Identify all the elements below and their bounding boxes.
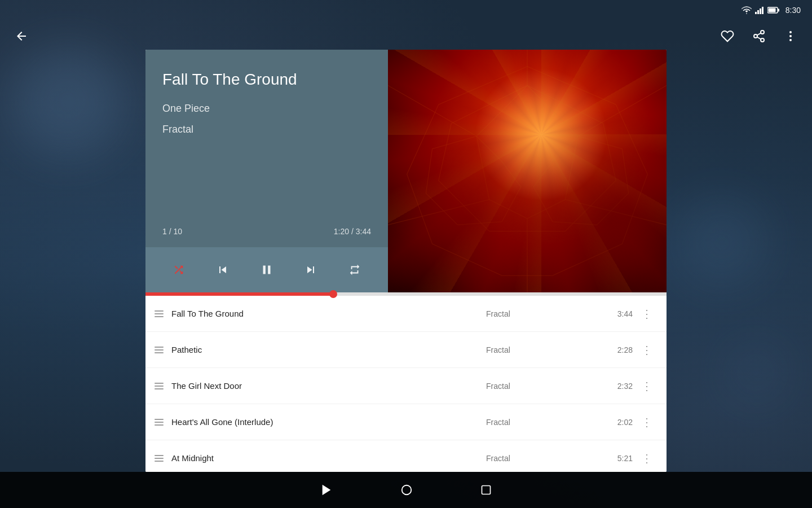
row-title: The Girl Next Door — [171, 381, 486, 391]
back-button[interactable] — [11, 26, 32, 46]
row-title: Heart's All Gone (Interlude) — [171, 417, 486, 427]
svg-marker-15 — [476, 85, 578, 218]
svg-point-9 — [761, 38, 764, 42]
svg-rect-6 — [768, 8, 775, 12]
svg-point-8 — [754, 34, 757, 38]
svg-point-14 — [789, 39, 792, 41]
next-button[interactable] — [298, 257, 323, 282]
top-action-bar — [0, 20, 812, 52]
time-display: 8:30 — [785, 6, 801, 15]
svg-rect-28 — [482, 486, 491, 494]
more-options-button[interactable] — [780, 26, 801, 46]
progress-fill — [145, 292, 333, 296]
bottom-nav — [0, 472, 812, 508]
svg-line-21 — [578, 85, 667, 136]
row-duration: 2:02 — [599, 418, 633, 427]
album-art-visual — [388, 50, 667, 292]
nav-home-button[interactable] — [400, 484, 413, 496]
nav-recents-button[interactable] — [480, 484, 492, 496]
status-bar: 8:30 — [0, 0, 812, 20]
track-index: 1 / 10 — [162, 227, 182, 236]
repeat-button[interactable] — [342, 257, 367, 282]
row-duration: 2:32 — [599, 382, 633, 391]
svg-rect-5 — [778, 9, 779, 12]
song-meta: 1 / 10 1:20 / 3:44 — [162, 227, 371, 236]
status-icons: 8:30 — [742, 6, 801, 15]
time-position: 1:20 / 3:44 — [334, 227, 371, 236]
drag-handle-icon — [155, 310, 164, 317]
player-info-panel: Fall To The Ground One Piece Fractal 1 /… — [145, 50, 388, 247]
svg-marker-17 — [533, 136, 628, 225]
prev-button[interactable] — [210, 257, 235, 282]
bg-blur-2 — [677, 198, 767, 288]
row-duration: 2:28 — [599, 345, 633, 354]
album-art — [388, 50, 667, 292]
song-artist: One Piece — [162, 103, 371, 115]
shuffle-button[interactable] — [166, 257, 191, 282]
bg-blur-3 — [722, 339, 789, 406]
row-title: Pathetic — [171, 345, 486, 354]
controls-bar — [145, 247, 388, 292]
row-album: Fractal — [486, 382, 599, 391]
svg-point-12 — [789, 31, 792, 33]
svg-marker-19 — [407, 67, 648, 276]
svg-marker-26 — [323, 485, 331, 495]
song-row[interactable]: Fall To The Ground Fractal 3:44 ⋮ — [145, 296, 667, 332]
svg-rect-2 — [760, 8, 761, 14]
favorite-button[interactable] — [717, 26, 738, 46]
top-bar-right — [717, 26, 801, 46]
song-row[interactable]: At Midnight Fractal 5:21 ⋮ — [145, 440, 667, 472]
progress-bar[interactable] — [145, 292, 667, 296]
svg-marker-18 — [426, 136, 520, 225]
svg-rect-1 — [757, 10, 759, 14]
svg-rect-3 — [762, 7, 764, 14]
row-album: Fractal — [486, 309, 599, 318]
row-title: At Midnight — [171, 453, 486, 463]
progress-thumb[interactable] — [329, 290, 337, 298]
row-more-button[interactable]: ⋮ — [638, 343, 655, 357]
row-album: Fractal — [486, 418, 599, 427]
row-more-button[interactable]: ⋮ — [638, 452, 655, 465]
song-row[interactable]: Heart's All Gone (Interlude) Fractal 2:0… — [145, 404, 667, 440]
pause-button[interactable] — [254, 257, 279, 282]
row-album: Fractal — [486, 345, 599, 354]
svg-rect-0 — [755, 12, 757, 14]
svg-line-22 — [565, 200, 667, 225]
drag-handle-icon — [155, 383, 164, 389]
wifi-icon — [742, 6, 752, 14]
row-more-button[interactable]: ⋮ — [638, 379, 655, 393]
row-title: Fall To The Ground — [171, 309, 486, 318]
svg-marker-16 — [439, 85, 616, 231]
song-row[interactable]: The Girl Next Door Fractal 2:32 ⋮ — [145, 368, 667, 404]
svg-line-23 — [388, 200, 489, 225]
nav-back-button[interactable] — [320, 484, 333, 496]
row-more-button[interactable]: ⋮ — [638, 307, 655, 321]
song-row[interactable]: Pathetic Fractal 2:28 ⋮ — [145, 332, 667, 368]
row-duration: 3:44 — [599, 309, 633, 318]
drag-handle-icon — [155, 347, 164, 353]
bg-blur-1 — [11, 45, 124, 158]
signal-icon — [755, 6, 764, 14]
share-button[interactable] — [749, 26, 769, 46]
svg-line-10 — [757, 37, 761, 40]
svg-line-24 — [388, 85, 476, 136]
top-bar-left — [11, 26, 32, 46]
drag-handle-icon — [155, 455, 164, 462]
svg-point-13 — [789, 35, 792, 37]
row-album: Fractal — [486, 454, 599, 463]
song-list: Fall To The Ground Fractal 3:44 ⋮ Pathet… — [145, 296, 667, 472]
drag-handle-icon — [155, 419, 164, 426]
song-title: Fall To The Ground — [162, 70, 371, 89]
player-info-wrap: Fall To The Ground One Piece Fractal 1 /… — [145, 50, 388, 292]
row-duration: 5:21 — [599, 454, 633, 463]
player-top: Fall To The Ground One Piece Fractal 1 /… — [145, 50, 667, 292]
battery-icon — [767, 7, 780, 14]
player-container: Fall To The Ground One Piece Fractal 1 /… — [145, 50, 667, 472]
svg-line-11 — [757, 33, 761, 36]
song-album: Fractal — [162, 124, 371, 135]
svg-point-27 — [402, 485, 412, 495]
row-more-button[interactable]: ⋮ — [638, 415, 655, 429]
svg-point-7 — [761, 30, 764, 34]
